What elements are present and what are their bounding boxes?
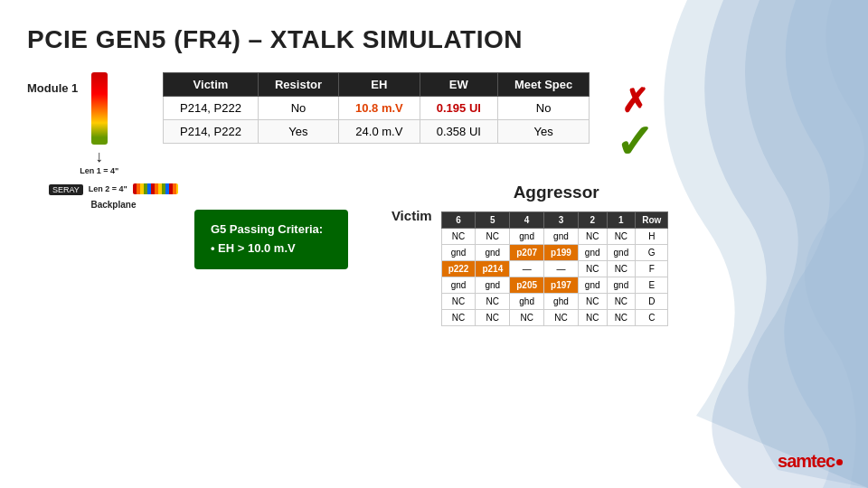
cell-E1: gnd — [607, 277, 636, 294]
grid-col-2: 2 — [578, 212, 607, 229]
cell-victim-2: P214, P222 — [164, 120, 259, 144]
cell-F5: p214 — [476, 261, 510, 277]
cell-D1: NC — [607, 294, 636, 310]
grid-col-1: 1 — [607, 212, 636, 229]
grid-table: 6 5 4 3 2 1 Row NC NC gnd gnd — [441, 211, 669, 326]
title-suffix: (FR4) – XTALK SIMULATION — [166, 25, 523, 53]
left-panel: Module 1 ↓ Len 1 = 4" — [27, 72, 145, 175]
cell-eh-2: 24.0 m.V — [338, 120, 420, 144]
cell-row-C: C — [636, 310, 668, 326]
cell-H3: gnd — [544, 229, 579, 245]
cell-row-F: F — [636, 261, 668, 277]
grid-row-G: gnd gnd p207 p199 gnd gnd G — [441, 245, 668, 261]
cell-G3: p199 — [544, 245, 579, 261]
col-header-eh: EH — [338, 73, 420, 97]
cell-ew-2: 0.358 UI — [420, 120, 497, 144]
criteria-bullet: • EH > 10.0 m.V — [211, 239, 332, 258]
cell-E4: p205 — [510, 277, 544, 294]
cell-ew-1: 0.195 UI — [420, 97, 497, 120]
table-row: P214, P222 No 10.8 m.V 0.195 UI No — [164, 97, 590, 120]
cell-G5: gnd — [476, 245, 510, 261]
cell-C5: NC — [476, 310, 510, 326]
cell-D5: NC — [476, 294, 510, 310]
grid-col-row: Row — [636, 212, 668, 229]
module-label: Module 1 — [27, 81, 78, 95]
samtec-logo-dot — [836, 459, 843, 465]
grid-row-F: p222 p214 — — NC NC F — [441, 261, 668, 277]
len1-label: Len 1 = 4" — [80, 166, 118, 175]
title-prefix: PCIE GEN — [27, 25, 152, 53]
col-header-victim: Victim — [164, 73, 259, 97]
victim-grid-area: Victim Aggressor 6 5 4 3 2 1 Row — [392, 183, 668, 326]
icons-area: ✗ ✓ — [615, 72, 655, 175]
title-bold: 5 — [152, 25, 166, 53]
page-title: PCIE GEN5 (FR4) – XTALK SIMULATION — [0, 0, 868, 63]
cross-icon: ✗ — [621, 85, 648, 117]
grid-col-5: 5 — [476, 212, 510, 229]
table-header-row: Victim Resistor EH EW Meet Spec — [164, 73, 590, 97]
cell-meetspec-2: Yes — [497, 120, 589, 144]
cell-eh-1: 10.8 m.V — [338, 97, 420, 120]
cell-resistor-1: No — [258, 97, 338, 120]
cell-F4: — — [510, 261, 544, 277]
samtec-logo: samtec — [778, 451, 843, 472]
sim-table: Victim Resistor EH EW Meet Spec P214, P2… — [163, 72, 590, 144]
diagram-area: ↓ Len 1 = 4" — [80, 72, 118, 175]
cell-F2: NC — [578, 261, 607, 277]
cell-H1: NC — [607, 229, 636, 245]
main-table-area: Victim Resistor EH EW Meet Spec P214, P2… — [163, 72, 590, 175]
col-header-resistor: Resistor — [258, 73, 338, 97]
cell-row-G: G — [636, 245, 668, 261]
cell-C6: NC — [441, 310, 476, 326]
cell-row-E: E — [636, 277, 668, 294]
cell-H2: NC — [578, 229, 607, 245]
grid-row-H: NC NC gnd gnd NC NC H — [441, 229, 668, 245]
cell-H6: NC — [441, 229, 476, 245]
cell-E5: gnd — [476, 277, 510, 294]
aggressor-label: Aggressor — [514, 183, 599, 202]
cell-E3: p197 — [544, 277, 579, 294]
cell-resistor-2: Yes — [258, 120, 338, 144]
cell-F1: NC — [607, 261, 636, 277]
cell-C1: NC — [607, 310, 636, 326]
criteria-box: G5 Passing Criteria: • EH > 10.0 m.V — [194, 210, 348, 269]
len2-label: Len 2 = 4" — [89, 184, 127, 193]
cell-C3: NC — [544, 310, 579, 326]
cell-D2: NC — [578, 294, 607, 310]
seray-label: SERAY — [49, 184, 83, 195]
grid-row-D: NC NC ghd ghd NC NC D — [441, 294, 668, 310]
arrow-down-icon: ↓ — [95, 148, 103, 164]
cell-D6: NC — [441, 294, 476, 310]
cell-G6: gnd — [441, 245, 476, 261]
col-header-meetspec: Meet Spec — [497, 73, 589, 97]
table-row: P214, P222 Yes 24.0 m.V 0.358 UI Yes — [164, 120, 590, 144]
cell-F3: — — [544, 261, 579, 277]
cell-row-H: H — [636, 229, 668, 245]
cell-victim-1: P214, P222 — [164, 97, 259, 120]
cell-D3: ghd — [544, 294, 579, 310]
grid-col-3: 3 — [544, 212, 579, 229]
cell-H4: gnd — [510, 229, 544, 245]
check-icon: ✓ — [615, 121, 655, 164]
cell-G4: p207 — [510, 245, 544, 261]
cell-E2: gnd — [578, 277, 607, 294]
cell-meetspec-1: No — [497, 97, 589, 120]
grid-section: Aggressor 6 5 4 3 2 1 Row NC — [441, 183, 669, 326]
len2-connector — [133, 183, 178, 194]
cell-E6: gnd — [441, 277, 476, 294]
grid-col-4: 4 — [510, 212, 544, 229]
victim-label-small: Victim — [392, 208, 432, 223]
criteria-title: G5 Passing Criteria: — [211, 221, 332, 239]
cell-D4: ghd — [510, 294, 544, 310]
cell-G2: gnd — [578, 245, 607, 261]
cell-C4: NC — [510, 310, 544, 326]
grid-row-E: gnd gnd p205 p197 gnd gnd E — [441, 277, 668, 294]
cell-C2: NC — [578, 310, 607, 326]
cell-H5: NC — [476, 229, 510, 245]
grid-col-6: 6 — [441, 212, 476, 229]
backplane-label: Backplane — [90, 200, 136, 210]
cell-G1: gnd — [607, 245, 636, 261]
grid-row-C: NC NC NC NC NC NC C — [441, 310, 668, 326]
cell-row-D: D — [636, 294, 668, 310]
seray-len2-row: SERAY Len 2 = 4" — [49, 183, 178, 195]
